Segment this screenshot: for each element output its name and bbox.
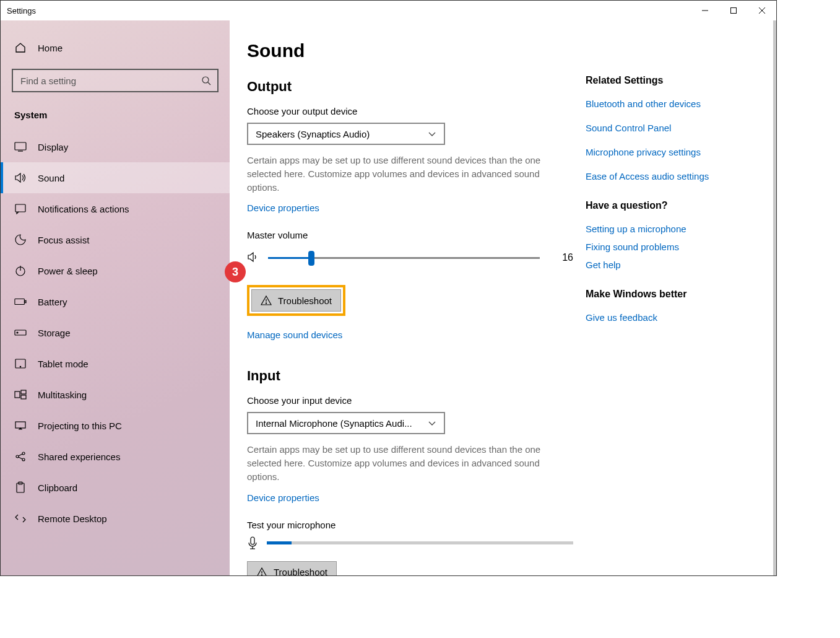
svg-rect-30	[251, 537, 254, 544]
nav-label: Multitasking	[38, 390, 87, 400]
question-heading: Have a question?	[586, 200, 759, 211]
warning-icon	[256, 567, 267, 576]
mic-level-bar	[267, 541, 573, 544]
input-hint: Certain apps may be set up to use differ…	[247, 443, 556, 483]
link-give-feedback[interactable]: Give us feedback	[586, 312, 759, 323]
link-mic-privacy[interactable]: Microphone privacy settings	[586, 147, 759, 157]
output-device-properties-link[interactable]: Device properties	[247, 203, 319, 213]
master-volume-row: 16	[247, 250, 573, 265]
content-area: Sound Output Choose your output device S…	[230, 20, 776, 575]
link-get-help[interactable]: Get help	[586, 260, 759, 270]
svg-point-34	[261, 574, 262, 575]
nav-item-clipboard[interactable]: Clipboard	[1, 472, 230, 503]
battery-icon	[14, 295, 27, 308]
nav-item-power-sleep[interactable]: Power & sleep	[1, 255, 230, 286]
input-device-dropdown[interactable]: Internal Microphone (Synaptics Audi...	[247, 412, 445, 434]
nav-label: Focus assist	[38, 235, 89, 245]
nav-label: Projecting to this PC	[38, 421, 122, 431]
nav-item-multitasking[interactable]: Multitasking	[1, 379, 230, 410]
close-button[interactable]	[748, 1, 776, 20]
nav-label: Notifications & actions	[38, 204, 129, 214]
nav-item-projecting[interactable]: Projecting to this PC	[1, 410, 230, 441]
display-icon	[14, 141, 27, 153]
input-device-properties-link[interactable]: Device properties	[247, 492, 319, 503]
svg-line-5	[208, 82, 210, 85]
scrollbar[interactable]	[773, 20, 776, 575]
svg-rect-17	[15, 391, 20, 398]
tablet-icon	[14, 357, 27, 370]
chevron-down-icon	[428, 131, 436, 137]
input-heading: Input	[247, 368, 573, 384]
microphone-icon	[247, 536, 258, 550]
svg-rect-20	[15, 422, 25, 428]
svg-line-25	[19, 457, 22, 459]
titlebar: Settings	[1, 1, 776, 20]
storage-icon	[14, 326, 27, 339]
master-volume-value: 16	[548, 252, 573, 263]
link-bluetooth[interactable]: Bluetooth and other devices	[586, 98, 759, 109]
output-device-dropdown[interactable]: Speakers (Synaptics Audio)	[247, 123, 445, 145]
home-icon	[14, 42, 27, 54]
nav-item-remote-desktop[interactable]: Remote Desktop	[1, 503, 230, 534]
svg-rect-6	[15, 142, 26, 150]
input-troubleshoot-button[interactable]: Troubleshoot	[247, 561, 337, 576]
nav-item-sound[interactable]: Sound	[1, 162, 230, 193]
link-fixing-sound[interactable]: Fixing sound problems	[586, 242, 759, 252]
nav-label: Power & sleep	[38, 266, 98, 276]
svg-rect-18	[21, 390, 26, 394]
output-choose-label: Choose your output device	[247, 106, 573, 116]
search-box[interactable]	[12, 69, 219, 92]
input-device-value: Internal Microphone (Synaptics Audi...	[256, 418, 412, 429]
nav-item-notifications[interactable]: Notifications & actions	[1, 193, 230, 224]
svg-rect-12	[25, 300, 26, 303]
window-controls	[691, 1, 776, 20]
troubleshoot-label: Troubleshoot	[278, 295, 332, 306]
nav-label: Tablet mode	[38, 359, 89, 369]
test-mic-label: Test your microphone	[247, 520, 573, 530]
svg-point-22	[22, 452, 25, 455]
svg-point-23	[22, 458, 25, 461]
nav-item-battery[interactable]: Battery	[1, 286, 230, 317]
nav-label: Remote Desktop	[38, 513, 107, 524]
svg-rect-8	[15, 204, 25, 212]
svg-point-14	[17, 332, 18, 333]
master-volume-label: Master volume	[247, 230, 573, 240]
sound-icon	[14, 172, 27, 184]
feedback-heading: Make Windows better	[586, 289, 759, 300]
svg-point-21	[16, 455, 19, 458]
main-column: Sound Output Choose your output device S…	[247, 40, 573, 575]
window-title: Settings	[7, 6, 36, 15]
nav-item-focus-assist[interactable]: Focus assist	[1, 224, 230, 255]
search-input[interactable]	[20, 76, 201, 86]
speaker-icon[interactable]	[247, 251, 259, 264]
troubleshoot-label: Troubleshoot	[274, 567, 327, 575]
output-hint: Certain apps may be set up to use differ…	[247, 154, 556, 194]
sidebar-home[interactable]: Home	[1, 33, 230, 63]
master-volume-slider[interactable]	[268, 250, 540, 265]
nav-item-tablet-mode[interactable]: Tablet mode	[1, 348, 230, 379]
projecting-icon	[14, 419, 27, 432]
manage-sound-devices-link[interactable]: Manage sound devices	[247, 330, 342, 340]
nav-label: Display	[38, 142, 68, 152]
window-body: Home System Disp	[1, 20, 776, 575]
nav-item-display[interactable]: Display	[1, 131, 230, 162]
power-icon	[14, 264, 27, 277]
link-ease-of-access-audio[interactable]: Ease of Access audio settings	[586, 171, 759, 181]
output-heading: Output	[247, 79, 573, 95]
link-setup-mic[interactable]: Setting up a microphone	[586, 224, 759, 234]
maximize-button[interactable]	[719, 1, 748, 20]
input-choose-label: Choose your input device	[247, 395, 573, 406]
svg-rect-1	[731, 8, 737, 14]
nav-label: Clipboard	[38, 483, 77, 493]
minimize-button[interactable]	[691, 1, 719, 20]
svg-point-29	[266, 303, 266, 304]
nav-label: Storage	[38, 328, 71, 338]
sidebar: Home System Disp	[1, 20, 230, 575]
nav-item-storage[interactable]: Storage	[1, 317, 230, 348]
notifications-icon	[14, 203, 27, 215]
nav-list: Display Sound Notifications & actions	[1, 131, 230, 534]
link-sound-control-panel[interactable]: Sound Control Panel	[586, 123, 759, 133]
search-icon	[201, 76, 211, 85]
nav-item-shared-experiences[interactable]: Shared experiences	[1, 441, 230, 472]
output-troubleshoot-button[interactable]: Troubleshoot	[251, 289, 341, 312]
